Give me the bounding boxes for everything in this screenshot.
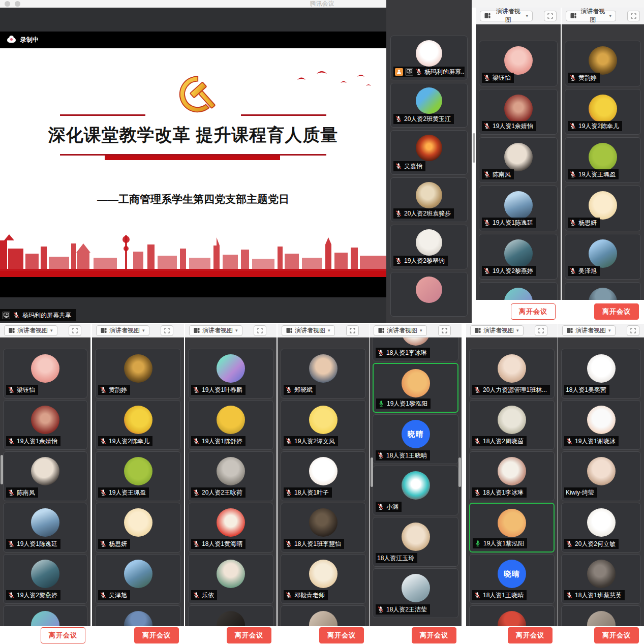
participant-tile[interactable]: 18人资1班蔡慧英 [561,554,641,604]
participant-tile[interactable]: 19人资2黎燕婷 [3,554,87,604]
participant-tile[interactable]: 晓晴 18人资1王晓晴 [469,554,555,604]
leave-meeting-button[interactable]: 离开会议 [594,627,639,643]
participant-label: 乐依 [191,590,217,600]
view-mode-dropdown[interactable]: 演讲者视图 ▾ [282,325,335,336]
participant-tile[interactable]: 19人资1叶春麟 [188,349,273,398]
view-mode-dropdown[interactable]: 演讲者视图 ▾ [562,325,616,336]
participant-tile[interactable]: 小渊 [373,466,458,515]
avatar [217,508,245,537]
view-mode-dropdown[interactable]: 演讲者视图 ▾ [374,325,427,336]
participant-tile[interactable] [188,605,273,626]
view-mode-dropdown[interactable]: 演讲者视图 ▾ [470,325,524,336]
participant-tile[interactable]: 20人资2王咏荷 [188,451,273,501]
participant-tile[interactable]: 杨思妍 [95,503,181,553]
participant-tile[interactable] [479,282,558,300]
participant-tile[interactable]: 19人资1黎泓阳 [373,363,458,413]
participant-tile[interactable]: 18人资1吴奕茜 [561,349,641,398]
participant-tile[interactable]: 陈南凤 [479,137,558,183]
participant-tile[interactable]: 19人资2黎翠钧 [390,225,468,269]
participant-tile[interactable]: 晓晴 18人资1王晓晴 [373,414,458,464]
participant-tile[interactable]: 20人资2班黄玉江 [390,83,468,128]
participant-tile[interactable]: 20人力资源管理1班林... [469,349,555,398]
view-mode-dropdown[interactable]: 演讲者视图 ▾ [189,325,242,336]
participant-tile[interactable]: 19人资1佘婧怡 [479,89,558,135]
participant-tile[interactable]: 18人资2周晓茵 [469,400,555,450]
participant-tile[interactable]: 18人资1李冰琳 [373,338,458,361]
scrollbar-thumb[interactable] [473,133,475,163]
participant-tile[interactable]: Kiwiy-绮莹 [561,451,641,501]
mic-muted-icon [566,592,573,599]
fullscreen-button[interactable] [69,325,81,336]
participant-tile[interactable]: 19人资2陈幸儿 [565,89,641,135]
participant-label: 19人资1谢晓冰 [564,436,619,446]
leave-meeting-button[interactable]: 离开会议 [227,627,271,643]
leave-meeting-button[interactable]: 离开会议 [594,303,639,320]
participant-tile[interactable]: 18人资2王洁莹 [373,568,458,618]
leave-meeting-button[interactable]: 离开会议 [41,627,85,643]
fullscreen-button[interactable] [254,325,266,336]
participant-tile[interactable] [95,605,181,626]
participant-tile[interactable]: 杨玛利的屏幕... [390,36,468,80]
participant-tile[interactable]: 吴泽旭 [565,234,641,280]
leave-meeting-button[interactable]: 离开会议 [508,627,553,643]
leave-meeting-button[interactable]: 离开会议 [319,627,364,643]
participant-tile[interactable]: 19人资王珮盈 [565,137,641,183]
participant-tile[interactable]: 郑晓斌 [281,349,366,398]
avatar: 晓晴 [498,560,526,588]
participant-tile[interactable]: 19人资1黎泓阳 [469,503,555,553]
scrollbar-thumb[interactable] [1,455,3,484]
participant-tile[interactable]: 18人资1李冰琳 [469,451,555,501]
participant-tile[interactable] [565,282,641,300]
participant-tile[interactable]: 19人资2黎燕婷 [479,234,558,280]
participant-tile[interactable]: 19人资1佘婧怡 [3,400,87,450]
participant-tile[interactable]: 18人资1叶子 [281,451,366,501]
fullscreen-button[interactable] [627,325,639,336]
participant-tile[interactable]: 吴嘉怡 [390,130,468,175]
participant-label: 18人资1班蔡慧英 [564,590,625,600]
participant-tile[interactable] [561,605,641,626]
fullscreen-button[interactable] [161,325,173,336]
leave-meeting-button[interactable]: 离开会议 [412,627,456,643]
view-mode-dropdown[interactable]: 演讲者视图 ▾ [4,325,57,336]
view-mode-dropdown[interactable]: 演讲者视图 ▾ [480,11,533,21]
participant-tile[interactable]: 19人资1陈逸廷 [3,503,87,553]
fullscreen-button[interactable] [627,11,640,21]
participant-tile[interactable] [281,605,366,626]
participant-tile[interactable] [390,272,468,317]
participant-tile[interactable]: 19人资2谭文凤 [281,400,366,450]
participant-tile[interactable]: 黄韵婷 [565,41,641,86]
participant-tile[interactable]: 梁钰怡 [3,349,87,398]
participant-tile[interactable] [469,605,555,626]
view-mode-dropdown[interactable]: 演讲者视图 ▾ [566,11,616,21]
participant-tile[interactable]: 19人资2陈幸儿 [95,400,181,450]
scrollbar-thumb[interactable] [458,457,461,487]
presentation-slide: 深化课堂教学改革 提升课程育人质量 ——工商管理系学生第四党支部主题党日 [0,48,386,271]
fullscreen-button[interactable] [438,325,451,336]
fullscreen-button[interactable] [535,325,547,336]
participant-tile[interactable]: 吴泽旭 [95,554,181,604]
participant-tile[interactable]: 18人资1班李慧怡 [281,503,366,553]
participant-tile[interactable]: 18人资1黄海晴 [188,503,273,553]
participant-tile[interactable] [3,605,87,626]
participant-tile[interactable]: 19人资1陈舒婷 [188,400,273,450]
participant-tile[interactable]: 乐依 [188,554,273,604]
participant-tile[interactable]: 陈南凤 [3,451,87,501]
participant-tile[interactable]: 梁钰怡 [479,41,558,86]
participant-tile[interactable]: 18人资江玉玲 [373,517,458,567]
participant-tile[interactable]: 19人资1陈逸廷 [479,186,558,231]
avatar [31,560,59,588]
participant-tile[interactable]: 20人资2班袁骏步 [390,177,468,222]
fullscreen-button[interactable] [346,325,359,336]
leave-meeting-button[interactable]: 离开会议 [134,627,179,643]
participant-tile[interactable]: 19人资王珮盈 [95,451,181,501]
avatar [498,509,526,537]
leave-meeting-button[interactable]: 离开会议 [511,303,556,320]
participant-tile[interactable]: 黄韵婷 [95,349,181,398]
scrollbar-thumb[interactable] [371,457,373,487]
view-mode-dropdown[interactable]: 演讲者视图 ▾ [96,325,149,336]
participant-tile[interactable]: 20人资2何立敏 [561,503,641,553]
participant-tile[interactable]: 19人资1谢晓冰 [561,400,641,450]
participant-tile[interactable]: 杨思妍 [565,186,641,231]
fullscreen-button[interactable] [544,11,557,21]
participant-tile[interactable]: 邓毅青老师 [281,554,366,604]
